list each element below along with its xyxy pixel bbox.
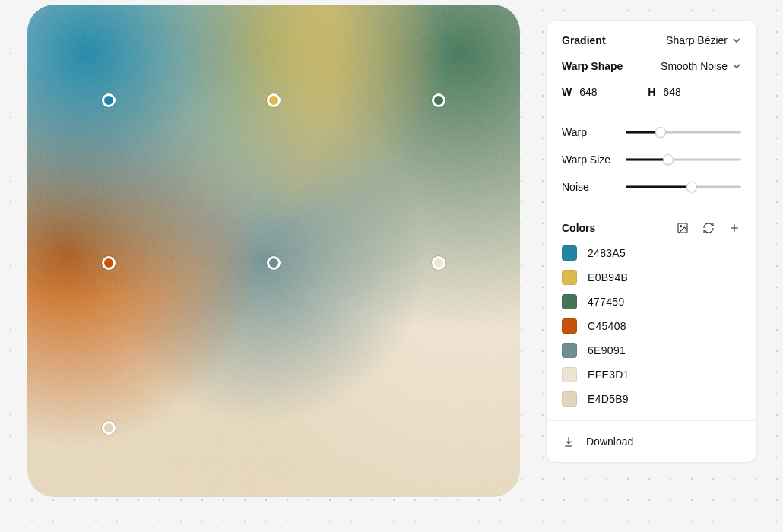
- warp-slider-label: Warp: [562, 126, 615, 138]
- height-letter: H: [648, 86, 655, 98]
- chevron-down-icon: [732, 36, 741, 45]
- gradient-handle[interactable]: [432, 256, 445, 270]
- color-swatch: [562, 318, 577, 334]
- color-code: E4D5B9: [588, 393, 629, 405]
- width-field[interactable]: W: [562, 86, 617, 98]
- colors-header-label: Colors: [562, 222, 595, 234]
- gradient-handle[interactable]: [102, 256, 116, 270]
- gradient-handle[interactable]: [267, 93, 281, 107]
- color-code: 2483A5: [588, 247, 626, 259]
- warp-shape-select[interactable]: Smooth Noise: [661, 60, 741, 72]
- gradient-preview[interactable]: [27, 5, 520, 497]
- gradient-handle[interactable]: [102, 93, 116, 107]
- chevron-down-icon: [732, 62, 741, 71]
- color-item[interactable]: EFE3D1: [562, 367, 741, 382]
- download-icon: [562, 435, 575, 448]
- noise-slider-label: Noise: [562, 181, 615, 193]
- noise-slider[interactable]: [626, 182, 741, 192]
- warp-size-slider[interactable]: [626, 154, 741, 165]
- warp-shape-select-value: Smooth Noise: [661, 60, 728, 72]
- color-item[interactable]: C45408: [562, 318, 741, 334]
- color-swatch: [562, 294, 577, 309]
- color-swatch: [562, 391, 577, 407]
- color-item[interactable]: E0B94B: [562, 270, 741, 285]
- color-code: E0B94B: [588, 271, 628, 283]
- settings-section: Gradient Sharp Bézier Warp Shape Smooth …: [547, 21, 756, 112]
- color-item[interactable]: 6E9091: [562, 343, 741, 358]
- width-input[interactable]: [579, 86, 617, 98]
- warp-slider[interactable]: [626, 127, 741, 138]
- svg-rect-0: [678, 223, 687, 233]
- color-code: 6E9091: [588, 344, 626, 356]
- gradient-label: Gradient: [562, 34, 606, 46]
- color-code: EFE3D1: [588, 369, 629, 381]
- gradient-canvas: [27, 5, 520, 497]
- color-code: C45408: [588, 320, 626, 332]
- height-input[interactable]: [663, 86, 701, 98]
- colors-section: Colors 2483A5E0B94B477459C454086E9091EFE…: [547, 207, 756, 420]
- color-item[interactable]: E4D5B9: [562, 391, 741, 407]
- control-panel: Gradient Sharp Bézier Warp Shape Smooth …: [546, 20, 757, 463]
- gradient-select-value: Sharp Bézier: [666, 34, 728, 46]
- download-label: Download: [586, 435, 633, 448]
- width-letter: W: [562, 86, 572, 98]
- height-field[interactable]: H: [648, 86, 701, 98]
- download-section: Download: [547, 420, 756, 462]
- warp-size-slider-label: Warp Size: [562, 154, 615, 166]
- gradient-handle[interactable]: [432, 93, 445, 107]
- download-button[interactable]: Download: [562, 435, 741, 448]
- color-item[interactable]: 477459: [562, 294, 741, 309]
- warp-shape-label: Warp Shape: [562, 60, 623, 72]
- sliders-section: Warp Warp Size Noise: [547, 112, 756, 207]
- color-code: 477459: [588, 296, 625, 308]
- plus-icon[interactable]: [728, 221, 741, 235]
- gradient-handle[interactable]: [102, 421, 116, 435]
- color-swatch: [562, 270, 577, 285]
- refresh-icon[interactable]: [702, 221, 715, 235]
- color-swatch: [562, 245, 577, 261]
- color-swatch: [562, 343, 577, 358]
- color-item[interactable]: 2483A5: [562, 245, 741, 261]
- gradient-handle[interactable]: [267, 256, 281, 270]
- color-swatch: [562, 367, 577, 382]
- gradient-select[interactable]: Sharp Bézier: [666, 34, 741, 46]
- image-icon[interactable]: [676, 221, 689, 235]
- svg-point-1: [680, 226, 682, 227]
